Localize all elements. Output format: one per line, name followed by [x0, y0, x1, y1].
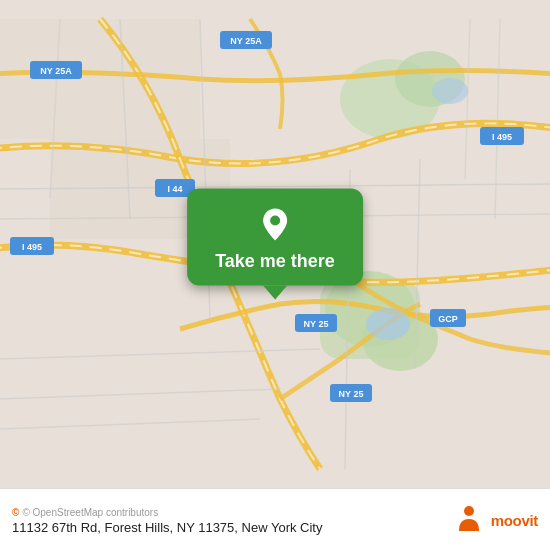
osm-logo: ©	[12, 507, 19, 518]
svg-text:NY 25: NY 25	[304, 319, 329, 329]
svg-point-40	[464, 506, 474, 516]
svg-point-37	[432, 78, 468, 104]
address-line: 11132 67th Rd, Forest Hills, NY 11375, N…	[12, 520, 322, 535]
footer-left: © © OpenStreetMap contributors 11132 67t…	[12, 507, 322, 535]
map-area: NY 25A NY 25A NY 25 NY 25 I 495 I 495 I …	[0, 0, 550, 488]
button-card[interactable]: Take me there	[187, 189, 363, 286]
svg-text:NY 25A: NY 25A	[40, 66, 72, 76]
svg-text:I 495: I 495	[22, 242, 42, 252]
card-pointer	[263, 286, 287, 300]
moovit-logo-icon	[451, 503, 487, 539]
moovit-logo: moovit	[451, 503, 538, 539]
copyright-line: © © OpenStreetMap contributors	[12, 507, 322, 518]
svg-text:I 495: I 495	[492, 132, 512, 142]
svg-text:I 44: I 44	[167, 184, 182, 194]
svg-point-36	[366, 308, 410, 340]
svg-text:NY 25: NY 25	[339, 389, 364, 399]
take-me-there-button[interactable]: Take me there	[187, 189, 363, 300]
copyright-text: © OpenStreetMap contributors	[22, 507, 158, 518]
svg-point-39	[270, 216, 280, 226]
app-container: NY 25A NY 25A NY 25 NY 25 I 495 I 495 I …	[0, 0, 550, 550]
moovit-brand-text: moovit	[491, 512, 538, 529]
footer: © © OpenStreetMap contributors 11132 67t…	[0, 488, 550, 550]
svg-text:GCP: GCP	[438, 314, 458, 324]
location-pin-icon	[257, 207, 293, 243]
take-me-there-label: Take me there	[215, 251, 335, 272]
svg-text:NY 25A: NY 25A	[230, 36, 262, 46]
